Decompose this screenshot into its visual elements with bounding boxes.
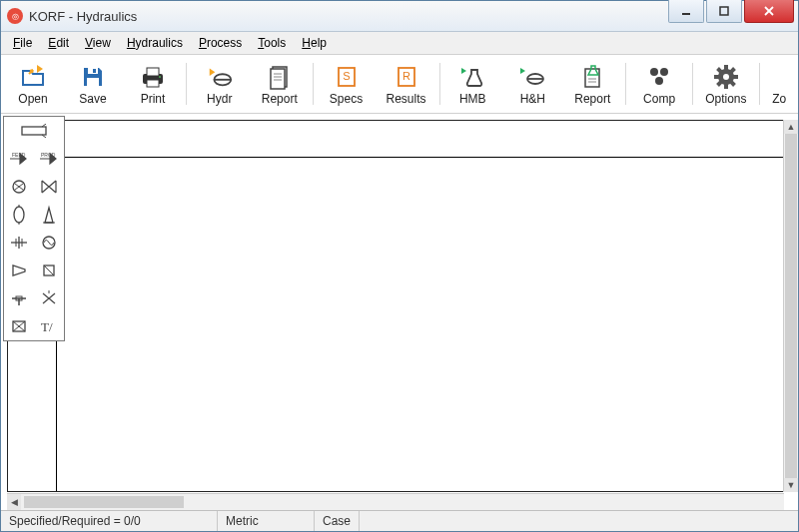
svg-rect-35 [733, 75, 738, 79]
menu-help[interactable]: Help [294, 34, 335, 52]
svg-rect-8 [147, 68, 159, 76]
tool-reducer-icon[interactable] [4, 257, 34, 284]
svg-text:PROD: PROD [41, 152, 56, 158]
svg-rect-1 [720, 7, 728, 15]
tool-pump-icon[interactable] [4, 173, 34, 201]
tool-prod-arrow-icon[interactable]: PROD [34, 145, 64, 173]
report2-button[interactable]: Report [562, 55, 622, 113]
zoom-icon [765, 63, 793, 91]
zoom-label: Zo [772, 92, 786, 106]
svg-rect-5 [87, 78, 99, 86]
specs-label: Specs [330, 92, 363, 106]
tool-valve-icon[interactable] [34, 257, 64, 284]
svg-point-28 [660, 68, 668, 76]
toolbar-separator [625, 63, 626, 105]
gear-icon [712, 63, 740, 91]
zoom-button[interactable]: Zo [763, 55, 796, 113]
save-button[interactable]: Save [63, 55, 123, 113]
hydr-label: Hydr [207, 92, 232, 106]
components-icon [645, 63, 673, 91]
svg-text:S: S [343, 70, 350, 82]
scroll-down-arrow-icon[interactable]: ▼ [784, 478, 798, 492]
status-case: Case [315, 511, 360, 531]
report-document-icon [266, 63, 294, 91]
toolbox-palette: FEED PROD T/ [3, 116, 65, 341]
toolbar-separator [692, 63, 693, 105]
tool-tee-icon[interactable] [4, 284, 34, 312]
scroll-up-arrow-icon[interactable]: ▲ [784, 120, 798, 134]
toolbar-separator [759, 63, 760, 105]
printer-icon [139, 63, 167, 91]
tool-vessel-icon[interactable] [4, 201, 34, 229]
minimize-button[interactable] [668, 0, 704, 23]
results-button[interactable]: R Results [377, 55, 436, 113]
svg-rect-34 [714, 75, 719, 79]
run-hydraulics-icon [206, 63, 234, 91]
titlebar[interactable]: ◎ KORF - Hydraulics [1, 1, 798, 32]
scroll-left-arrow-icon[interactable]: ◀ [7, 494, 21, 510]
svg-rect-32 [724, 65, 728, 70]
tool-heatexchanger-icon[interactable] [34, 173, 64, 201]
svg-text:R: R [402, 70, 410, 82]
tool-controlvalve-icon[interactable] [34, 284, 64, 312]
horizontal-scrollbar[interactable]: ◀ [7, 493, 784, 510]
tool-orifice-icon[interactable] [4, 229, 34, 257]
report1-label: Report [262, 92, 298, 106]
svg-rect-40 [22, 127, 46, 135]
tool-instrument-icon[interactable] [34, 229, 64, 257]
menu-tools[interactable]: Tools [250, 34, 294, 52]
menu-bar: File Edit View Hydraulics Process Tools … [1, 32, 798, 55]
tool-text-icon[interactable]: T/ [34, 312, 64, 340]
menu-file[interactable]: File [5, 34, 40, 52]
menu-process[interactable]: Process [191, 34, 250, 52]
horizontal-scroll-thumb[interactable] [24, 496, 184, 508]
svg-text:T/: T/ [41, 319, 53, 334]
svg-text:FEED: FEED [12, 152, 26, 158]
menu-view[interactable]: View [77, 34, 119, 52]
status-units: Metric [218, 511, 315, 531]
tool-box-icon[interactable] [4, 312, 34, 340]
report1-button[interactable]: Report [250, 55, 310, 113]
svg-rect-33 [724, 84, 728, 89]
tool-pipe-icon[interactable] [4, 117, 64, 145]
print-button[interactable]: Print [123, 55, 183, 113]
drawing-canvas[interactable] [7, 120, 784, 492]
results-label: Results [387, 92, 426, 106]
status-specified: Specified/Required = 0/0 [1, 511, 218, 531]
hmb-button[interactable]: HMB [442, 55, 502, 113]
svg-rect-14 [271, 69, 285, 89]
save-label: Save [79, 92, 106, 106]
tool-tower-icon[interactable] [34, 201, 64, 229]
hydr-button[interactable]: Hydr [190, 55, 250, 113]
svg-point-27 [650, 68, 658, 76]
svg-line-56 [44, 266, 54, 275]
hh-button[interactable]: H&H [502, 55, 562, 113]
hh-label: H&H [520, 92, 545, 106]
toolbar-separator [186, 63, 187, 105]
comp-button[interactable]: Comp [629, 55, 689, 113]
svg-point-46 [14, 207, 24, 223]
svg-rect-9 [147, 80, 159, 87]
open-button[interactable]: Open [3, 55, 63, 113]
close-icon [762, 5, 776, 17]
app-icon: ◎ [7, 8, 23, 24]
results-icon: R [393, 63, 420, 91]
hmb-label: HMB [459, 92, 486, 106]
close-button[interactable] [744, 0, 794, 23]
vertical-scrollbar[interactable]: ▲ ▼ [783, 120, 798, 492]
report-flask-icon [578, 63, 606, 91]
minimize-icon [680, 5, 692, 17]
menu-edit[interactable]: Edit [40, 34, 77, 52]
svg-point-31 [723, 74, 729, 80]
options-label: Options [705, 92, 746, 106]
print-label: Print [141, 92, 166, 106]
vertical-scroll-thumb[interactable] [785, 134, 797, 478]
tool-feed-arrow-icon[interactable]: FEED [4, 145, 34, 173]
toolbar-separator [313, 63, 314, 105]
toolbar-separator [439, 63, 440, 105]
comp-label: Comp [643, 92, 675, 106]
menu-hydraulics[interactable]: Hydraulics [119, 34, 191, 52]
maximize-button[interactable] [706, 0, 742, 23]
options-button[interactable]: Options [696, 55, 756, 113]
specs-button[interactable]: S Specs [317, 55, 377, 113]
